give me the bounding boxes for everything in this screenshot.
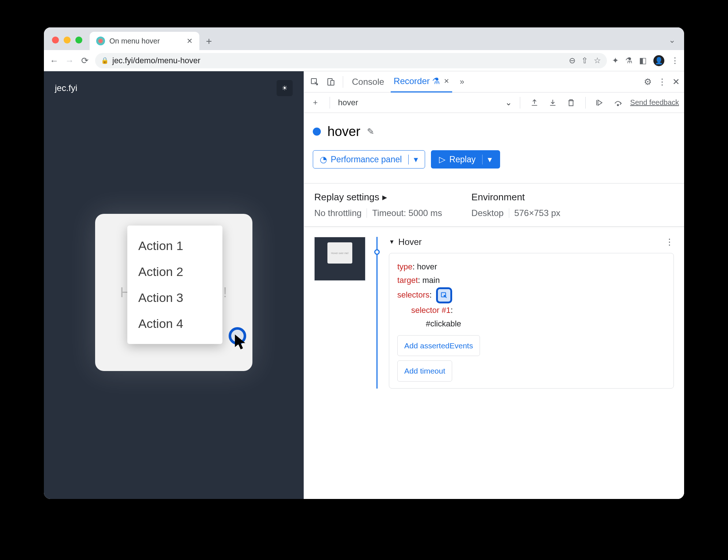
recorder-toolbar: + hover ⌄ bbox=[304, 92, 684, 113]
edit-title-icon[interactable]: ✎ bbox=[367, 126, 374, 137]
site-brand[interactable]: jec.fyi bbox=[55, 83, 77, 93]
forward-button[interactable]: → bbox=[64, 56, 75, 66]
share-icon[interactable]: ⇧ bbox=[581, 56, 588, 65]
import-icon[interactable] bbox=[547, 97, 559, 109]
zoom-icon[interactable]: ⊖ bbox=[569, 56, 575, 65]
step-thumbnail[interactable]: Hover over me! bbox=[314, 237, 365, 281]
devtools-tabstrip: Console Recorder ⚗ ✕ » ⚙ ⋮ ✕ bbox=[304, 71, 684, 92]
demo-page: jec.fyi ☀ H e! Action 1 Action 2 Action … bbox=[44, 71, 304, 499]
device-value: Desktop bbox=[472, 208, 504, 218]
tab-strip: On menu hover ✕ + ⌄ bbox=[44, 27, 684, 50]
step-name: Hover bbox=[398, 237, 422, 247]
kebab-menu-icon[interactable]: ⋮ bbox=[658, 77, 667, 87]
svg-point-3 bbox=[617, 104, 619, 106]
selectors-key: selectors bbox=[397, 290, 429, 299]
close-window-button[interactable] bbox=[52, 37, 59, 43]
step-details-card: type: hover target: main selectors: sele… bbox=[389, 253, 674, 389]
address-toolbar: ← → ⟳ 🔒 jec.fyi/demo/menu-hover ⊖ ⇧ ☆ ✦ … bbox=[44, 50, 684, 71]
recorder-tab[interactable]: Recorder ⚗ ✕ bbox=[391, 71, 452, 92]
recording-title: hover bbox=[327, 124, 360, 139]
new-tab-button[interactable]: + bbox=[199, 35, 218, 50]
menu-icon[interactable]: ⋮ bbox=[671, 56, 679, 65]
replay-split-arrow[interactable]: ▾ bbox=[482, 155, 492, 164]
reload-button[interactable]: ⟳ bbox=[80, 56, 90, 66]
maximize-window-button[interactable] bbox=[75, 37, 82, 43]
add-timeout-button[interactable]: Add timeout bbox=[397, 360, 452, 382]
tabs-dropdown-button[interactable]: ⌄ bbox=[669, 35, 675, 45]
close-recorder-tab[interactable]: ✕ bbox=[444, 77, 449, 85]
close-tab-button[interactable]: ✕ bbox=[185, 35, 194, 47]
devtools-panel: Console Recorder ⚗ ✕ » ⚙ ⋮ ✕ + hover bbox=[304, 71, 684, 499]
browser-tab[interactable]: On menu hover ✕ bbox=[90, 32, 199, 50]
close-devtools-icon[interactable]: ✕ bbox=[672, 77, 680, 87]
recorder-body: hover ✎ ◔ Performance panel ▾ ▷ Replay ▾ bbox=[304, 113, 684, 499]
cursor-icon bbox=[235, 334, 249, 351]
viewport-value: 576×753 px bbox=[514, 208, 560, 218]
browser-window: On menu hover ✕ + ⌄ ← → ⟳ 🔒 jec.fyi/demo… bbox=[44, 27, 684, 499]
step-play-icon[interactable] bbox=[594, 97, 606, 109]
replay-label: Replay bbox=[449, 155, 476, 164]
address-bar[interactable]: 🔒 jec.fyi/demo/menu-hover ⊖ ⇧ ☆ bbox=[95, 53, 607, 68]
type-key: type bbox=[397, 262, 413, 271]
send-feedback-link[interactable]: Send feedback bbox=[630, 98, 679, 107]
flask-icon: ⚗ bbox=[432, 76, 440, 86]
extensions-icon[interactable]: ✦ bbox=[612, 56, 619, 65]
target-value: main bbox=[423, 276, 440, 285]
target-key: target bbox=[397, 276, 418, 285]
pick-selector-button[interactable] bbox=[436, 287, 452, 303]
labs-icon[interactable]: ⚗ bbox=[625, 56, 633, 65]
profile-avatar[interactable]: 👤 bbox=[653, 55, 664, 66]
recording-status-dot bbox=[313, 128, 321, 136]
svg-rect-2 bbox=[331, 80, 334, 85]
timeout-value: Timeout: 5000 ms bbox=[372, 208, 442, 218]
replay-button[interactable]: ▷ Replay ▾ bbox=[431, 150, 500, 169]
perf-split-arrow[interactable]: ▾ bbox=[408, 155, 418, 164]
selector-value[interactable]: #clickable bbox=[426, 319, 461, 328]
flow-selector[interactable]: hover bbox=[338, 98, 502, 107]
menu-item-4[interactable]: Action 4 bbox=[127, 311, 222, 337]
menu-item-1[interactable]: Action 1 bbox=[127, 233, 222, 259]
inspect-element-icon[interactable] bbox=[308, 76, 321, 88]
tab-title: On menu hover bbox=[109, 37, 181, 45]
export-icon[interactable] bbox=[528, 97, 541, 109]
theme-toggle-button[interactable]: ☀ bbox=[277, 80, 293, 96]
replay-settings-header[interactable]: Replay settings ▸ bbox=[314, 192, 442, 203]
performance-panel-label: Performance panel bbox=[331, 155, 402, 164]
back-button[interactable]: ← bbox=[49, 56, 59, 66]
settings-bar: Replay settings ▸ No throttling Timeout:… bbox=[304, 183, 684, 227]
gauge-icon: ◔ bbox=[320, 155, 327, 164]
step-menu-icon[interactable]: ⋮ bbox=[665, 237, 674, 247]
environment-header: Environment bbox=[472, 192, 560, 203]
settings-icon[interactable]: ⚙ bbox=[644, 77, 652, 87]
flow-dropdown-icon[interactable]: ⌄ bbox=[505, 98, 512, 107]
timeline: Hover over me! ▼ Hover ⋮ type: hover tar… bbox=[313, 237, 675, 389]
device-toolbar-icon[interactable] bbox=[324, 76, 337, 88]
delete-icon[interactable] bbox=[565, 97, 577, 109]
minimize-window-button[interactable] bbox=[64, 37, 71, 43]
timeline-node[interactable] bbox=[374, 249, 380, 255]
play-icon: ▷ bbox=[439, 155, 446, 164]
hover-menu: Action 1 Action 2 Action 3 Action 4 bbox=[127, 226, 222, 344]
step-over-icon[interactable] bbox=[612, 97, 624, 109]
selector-n-key: selector #1 bbox=[411, 306, 451, 315]
add-asserted-events-button[interactable]: Add assertedEvents bbox=[397, 335, 480, 356]
throttling-value: No throttling bbox=[314, 208, 361, 218]
lock-icon: 🔒 bbox=[101, 57, 109, 64]
performance-panel-button[interactable]: ◔ Performance panel ▾ bbox=[313, 150, 425, 169]
bookmark-icon[interactable]: ☆ bbox=[594, 56, 601, 65]
more-tabs-icon[interactable]: » bbox=[456, 76, 468, 88]
timeline-rail bbox=[376, 237, 378, 389]
console-tab[interactable]: Console bbox=[349, 72, 387, 92]
menu-item-3[interactable]: Action 3 bbox=[127, 285, 222, 311]
new-recording-button[interactable]: + bbox=[309, 97, 322, 109]
recording-title-row: hover ✎ bbox=[313, 124, 675, 139]
content-area: jec.fyi ☀ H e! Action 1 Action 2 Action … bbox=[44, 71, 684, 499]
window-controls bbox=[50, 37, 86, 50]
thumb-preview: Hover over me! bbox=[327, 242, 352, 264]
sidepanel-icon[interactable]: ◧ bbox=[639, 56, 647, 65]
menu-item-2[interactable]: Action 2 bbox=[127, 259, 222, 285]
favicon-icon bbox=[96, 37, 105, 45]
step-header[interactable]: ▼ Hover ⋮ bbox=[389, 237, 674, 247]
caret-down-icon: ▼ bbox=[389, 239, 395, 245]
caret-right-icon: ▸ bbox=[382, 192, 387, 203]
